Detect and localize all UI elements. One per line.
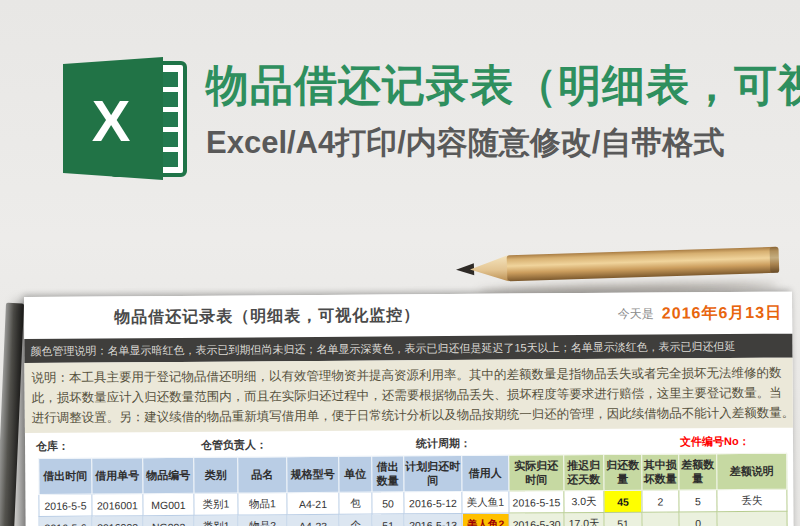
page: X 物品借还记录表（明细表，可视化... Excel/A4打印/内容随意修改/自… (0, 0, 800, 526)
table-cell: 类别1 (194, 493, 238, 515)
spreadsheet-preview: 物品借还记录表（明细表，可视化监控） 今天是 2016年6月13日 颜色管理说明… (24, 292, 794, 526)
header-cell: 推迟归还天数 (564, 454, 604, 490)
table-cell: 物品1 (238, 493, 287, 515)
warehouse-label: 仓库： (36, 439, 69, 454)
header-cell: 类别 (194, 457, 238, 493)
header-cell: 借用人 (462, 455, 509, 491)
table-cell: 2016001 (92, 494, 143, 516)
table-cell (717, 511, 787, 526)
hero-banner: X 物品借还记录表（明细表，可视化... Excel/A4打印/内容随意修改/自… (53, 57, 800, 180)
file-number-label: 文件编号No： (680, 434, 750, 449)
table-cell: 0 (679, 512, 717, 526)
pencil-body (507, 247, 780, 282)
table-cell: 17.0天 (564, 512, 604, 526)
usage-instructions: 说明：本工具主要用于登记物品借还明细，以有效管理物资并提高资源利用率。其中的差额… (24, 358, 792, 433)
table-cell-highlight-orange: 美人鱼2 (462, 513, 509, 526)
table-cell: NG002 (143, 515, 194, 526)
excel-logo-icon: X (53, 57, 188, 180)
today-label: 今天是 (618, 305, 654, 322)
table-cell: 丢失 (717, 489, 787, 511)
table-cell: 51 (604, 512, 642, 526)
table-cell: 2016-5-13 (404, 513, 462, 526)
pencil-image (451, 243, 782, 285)
sheet-titlebar: 物品借还记录表（明细表，可视化监控） 今天是 2016年6月13日 (24, 292, 792, 339)
table-cell: MG001 (143, 493, 194, 515)
pencil-wood-cone (470, 255, 509, 282)
header-cell: 规格型号 (287, 456, 339, 492)
table-cell: 2 (642, 490, 679, 512)
desk-edge (0, 303, 24, 526)
page-title: 物品借还记录表（明细表，可视化... (206, 62, 800, 109)
table-cell: 美人鱼1 (462, 491, 509, 513)
table-cell: 2016-5-6 (39, 516, 92, 526)
instruction-line: 进行调整设置。另：建议续借的物品重新填写借用单，便于日常统计分析以及物品按期统一… (32, 403, 793, 428)
header-cell: 归还数量 (604, 454, 642, 490)
table-cell (642, 512, 679, 526)
header-cell: 差额说明 (717, 453, 787, 489)
borrow-return-table: 借出时间 借用单号 物品编号 类别 品名 规格型号 单位 借出数量 计划归还时间… (38, 453, 788, 526)
pencil-end-cap (769, 247, 779, 273)
header-cell: 单位 (339, 456, 372, 492)
table-cell: 个 (339, 514, 372, 526)
header-cell: 实际归还时间 (509, 455, 564, 491)
header-cell: 计划归还时间 (404, 455, 462, 491)
table-cell: 50 (372, 492, 404, 514)
table-cell: 2016-5-15 (509, 491, 564, 513)
table-cell: 包 (339, 492, 372, 514)
header-cell: 借出数量 (372, 456, 404, 492)
header-cell: 借出时间 (39, 458, 92, 494)
table-cell: A4-21 (287, 492, 339, 514)
table-cell: 类别1 (194, 515, 238, 526)
manager-label: 仓管负责人： (201, 437, 267, 452)
table-cell: 51 (372, 514, 404, 526)
header-cell: 其中损坏数量 (642, 454, 679, 490)
table-cell: 2016-5-5 (39, 494, 92, 516)
table-cell: 2016-5-30 (509, 513, 564, 526)
excel-logo-x: X (92, 88, 131, 153)
table-cell: 5 (679, 490, 717, 512)
table-cell: 3.0天 (564, 490, 604, 512)
header-cell: 差额数量 (679, 454, 717, 490)
today-date: 2016年6月13日 (662, 302, 782, 324)
header-cell: 物品编号 (143, 457, 194, 493)
sheet-title: 物品借还记录表（明细表，可视化监控） (114, 305, 420, 328)
header-cell: 借用单号 (92, 458, 143, 494)
table-header-row: 借出时间 借用单号 物品编号 类别 品名 规格型号 单位 借出数量 计划归还时间… (39, 453, 787, 494)
table-cell-highlight-yellow: 45 (604, 490, 642, 512)
table-cell: 2016002 (92, 516, 143, 526)
table-cell: 2016-5-12 (404, 491, 462, 513)
table-cell: 物品2 (238, 515, 287, 526)
header-cell: 品名 (238, 457, 287, 493)
period-label: 统计周期： (416, 436, 471, 451)
page-subtitle: Excel/A4打印/内容随意修改/自带格式 (206, 122, 800, 164)
table-cell: A4-23 (287, 514, 339, 526)
